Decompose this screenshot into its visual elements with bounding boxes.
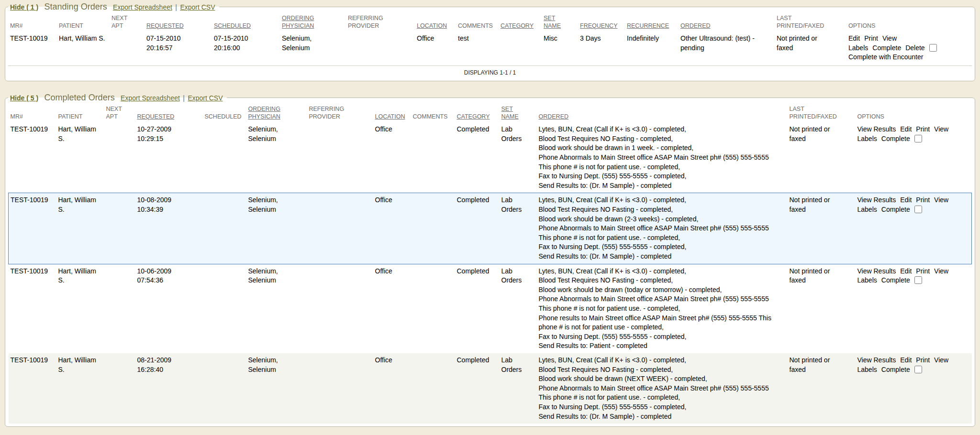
column-header-category[interactable]: CATEGORY [455,103,500,122]
completed-orders-section: Hide ( 5 ) Completed Orders Export Sprea… [5,93,975,427]
ordered-item: Lytes, BUN, Creat (Call if K+ is <3.0) -… [539,267,776,276]
cell-category: Completed [455,193,500,264]
edit-link[interactable]: Edit [900,356,912,364]
cell-comments [411,122,455,193]
column-header-comments: COMMENTS [456,12,499,32]
cell-location: Office [373,264,411,353]
completed-orders-header-row: MR# PATIENT NEXT APT REQUESTED SCHEDULED… [9,103,972,122]
column-header-patient: PATIENT [57,12,110,32]
ordered-item: Phone Abnormals to Main Street office AS… [539,294,776,313]
completed-order-checkbox[interactable] [914,366,922,373]
standing-export-csv-link[interactable]: Export CSV [180,3,215,11]
ordered-item: Phone results to Main Street office ASAP… [539,314,776,332]
column-header-scheduled[interactable]: SCHEDULED [212,12,280,32]
column-header-frequency[interactable]: FREQUENCY [578,12,625,32]
cell-referring-provider [307,122,373,193]
print-link[interactable]: Print [916,267,930,275]
delete-link[interactable]: Delete [905,44,924,52]
cell-location: Office [415,32,456,65]
standing-export-spreadsheet-link[interactable]: Export Spreadsheet [113,3,172,11]
cell-patient: Hart, William S. [56,193,104,264]
cell-options: View ResultsEditPrintView LabelsComplete [856,353,972,424]
complete-link[interactable]: Complete [881,206,910,213]
cell-mr: TEST-10019 [9,264,56,353]
column-header-location[interactable]: LOCATION [415,12,456,32]
orders-page: { "theme": { "page_background": "#f1ecdb… [0,0,980,435]
ordered-item: Lytes, BUN, Creat (Call if K+ is <3.0) -… [539,125,776,134]
cell-frequency: 3 Days [578,32,625,65]
column-header-requested[interactable]: REQUESTED [145,12,212,32]
complete-with-encounter-link[interactable]: Complete with Encounter [848,53,923,61]
cell-scheduled [203,353,246,424]
ordered-item: Blood Test Requires NO Fasting - complet… [539,134,776,144]
cell-set-name: Misc [542,32,578,65]
column-header-set-name[interactable]: SET NAME [500,103,537,122]
cell-referring-provider [307,193,373,264]
cell-mr: TEST-10019 [8,32,57,65]
completed-links-separator: | [183,94,185,102]
edit-link[interactable]: Edit [900,196,912,204]
complete-link[interactable]: Complete [881,276,910,284]
completed-export-csv-link[interactable]: Export CSV [188,94,223,102]
cell-scheduled [203,122,246,193]
ordered-item: Phone Abnormals to Main Street office AS… [539,224,776,242]
view-results-link[interactable]: View Results [858,125,896,133]
cell-options: EditPrintView LabelsCompleteDelete Compl… [846,32,972,65]
column-header-ordering-physician[interactable]: ORDERING PHYSICIAN [280,12,346,32]
standing-order-row[interactable]: TEST-10019 Hart, William S. 07-15-2010 2… [8,32,972,65]
view-results-link[interactable]: View Results [858,196,896,204]
cell-last-printed-faxed: Not printed or faxed [788,353,856,424]
edit-link[interactable]: Edit [900,125,912,133]
complete-link[interactable]: Complete [881,366,910,373]
completed-order-checkbox[interactable] [914,135,922,142]
column-header-ordered[interactable]: ORDERED [679,12,775,32]
standing-order-checkbox[interactable] [929,44,937,52]
column-header-ordering-physician[interactable]: ORDERING PHYSICIAN [246,103,307,122]
completed-order-checkbox[interactable] [914,206,922,213]
print-link[interactable]: Print [916,125,930,133]
complete-link[interactable]: Complete [872,44,901,52]
edit-link[interactable]: Edit [848,34,860,42]
ordered-item: Blood work should be drawn in 1 week. - … [539,143,776,153]
completed-order-row[interactable]: TEST-10019 Hart, William S. 10-06-2009 0… [9,264,972,353]
column-header-category[interactable]: CATEGORY [499,12,542,32]
hide-standing-orders-link[interactable]: Hide ( 1 ) [10,3,38,11]
cell-requested: 07-15-2010 20:16:57 [145,32,212,65]
cell-ordering-physician: Selenium, Selenium [280,32,346,65]
cell-next-apt [104,353,135,424]
print-link[interactable]: Print [916,356,930,364]
completed-export-spreadsheet-link[interactable]: Export Spreadsheet [121,94,180,102]
column-header-requested[interactable]: REQUESTED [135,103,203,122]
cell-scheduled: 07-15-2010 20:16:00 [212,32,280,65]
cell-ordered: Lytes, BUN, Creat (Call if K+ is <3.0) -… [537,264,788,353]
cell-requested: 10-27-2009 10:29:15 [135,122,203,193]
completed-order-row[interactable]: TEST-10019 Hart, William S. 10-27-2009 1… [9,122,972,193]
standing-orders-title: Standing Orders [45,2,107,11]
view-results-link[interactable]: View Results [858,267,896,275]
standing-orders-header-row: MR# PATIENT NEXT APT REQUESTED SCHEDULED… [8,12,972,32]
ordered-item: Blood work should be drawn (today or tom… [539,285,776,295]
ordered-item: Send Results to: (Dr. M Sample) - comple… [539,412,776,422]
completed-order-checkbox[interactable] [914,276,922,284]
cell-options: View ResultsEditPrintView LabelsComplete [856,193,972,264]
view-results-link[interactable]: View Results [858,356,896,364]
completed-order-row[interactable]: TEST-10019 Hart, William S. 10-08-2009 1… [9,193,972,264]
cell-recurrence: Indefinitely [625,32,679,65]
hide-completed-orders-link[interactable]: Hide ( 5 ) [10,94,38,102]
cell-category: Completed [455,264,500,353]
cell-set-name: Lab Orders [500,264,537,353]
column-header-ordered[interactable]: ORDERED [537,103,788,122]
print-link[interactable]: Print [864,34,878,42]
cell-category [499,32,542,65]
complete-link[interactable]: Complete [881,135,910,142]
column-header-recurrence[interactable]: RECURRENCE [625,12,679,32]
column-header-set-name[interactable]: SET NAME [542,12,578,32]
edit-link[interactable]: Edit [900,267,912,275]
completed-order-row[interactable]: TEST-10019 Hart, William S. 08-21-2009 1… [9,353,972,424]
standing-orders-body: TEST-10019 Hart, William S. 07-15-2010 2… [8,32,972,65]
print-link[interactable]: Print [916,196,930,204]
cell-next-apt [104,122,135,193]
column-header-location[interactable]: LOCATION [373,103,411,122]
column-header-last-printed-faxed: LAST PRINTED/FAXED [775,12,846,32]
cell-options: View ResultsEditPrintView LabelsComplete [856,122,972,193]
